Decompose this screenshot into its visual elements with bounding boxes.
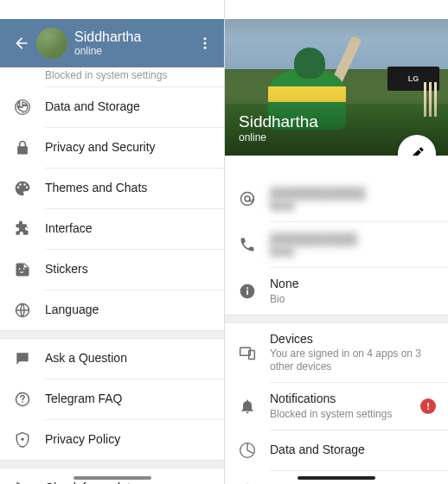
svg-point-16 [246, 287, 248, 289]
chat-icon [14, 350, 45, 367]
item-label: Stickers [45, 262, 212, 277]
pencil-icon [408, 145, 426, 156]
sticker-icon [14, 261, 45, 278]
settings-item-language[interactable]: Language [0, 290, 224, 330]
settings-item-privacy[interactable]: Privacy and Security [0, 128, 224, 168]
battery-icon [187, 4, 194, 15]
avatar[interactable] [36, 28, 67, 59]
profile-screen: 11:47 63% LG Siddhartha online [224, 0, 448, 484]
settings-item-stickers[interactable]: Stickers [0, 250, 224, 290]
settings-item-data-storage[interactable]: Data and Storage [0, 87, 224, 127]
svg-rect-2 [189, 9, 191, 13]
contact-username[interactable]: ████████████████ [225, 176, 448, 221]
item-label: Language [45, 302, 212, 318]
overflow-menu-button[interactable] [193, 35, 217, 51]
status-time: 11:47 [234, 4, 258, 15]
contact-bio[interactable]: None Bio [225, 268, 448, 315]
bio-label: Bio [270, 293, 436, 306]
blurred-value: ████████████ [270, 187, 436, 201]
settings-item-devices[interactable]: Devices You are signed in on 4 apps on 3… [225, 323, 448, 383]
status-icons: 63% [174, 4, 215, 15]
svg-rect-11 [413, 9, 415, 13]
info-icon [239, 283, 270, 300]
svg-point-4 [204, 42, 207, 45]
help-icon [14, 391, 45, 408]
settings-item-policy[interactable]: Privacy Policy [0, 420, 224, 460]
settings-item-interface[interactable]: Interface [0, 209, 224, 249]
bio-value: None [270, 277, 436, 292]
status-bar: 11:47 63% [225, 0, 448, 19]
battery-icon [411, 4, 418, 15]
settings-item-ask[interactable]: Ask a Question [0, 339, 224, 379]
item-label: Privacy Policy [45, 432, 212, 448]
data-icon [239, 442, 270, 459]
item-label: Telegram FAQ [45, 392, 212, 407]
header-name: Siddhartha [74, 29, 193, 45]
header-info[interactable]: Siddhartha online [74, 29, 193, 58]
battery-percent: 63% [420, 4, 439, 15]
settings-item-privacy[interactable]: Privacy and Security [225, 471, 448, 485]
contact-phone[interactable]: ███████████████ [225, 222, 448, 267]
item-label: Privacy and Security [45, 140, 212, 156]
hero-text: Siddhartha online [239, 112, 318, 143]
blurred-value: ███████████ [270, 232, 436, 246]
item-label: Check for updates [45, 481, 212, 484]
palette-icon [14, 180, 45, 197]
item-sub: You are signed in on 4 apps on 3 other d… [270, 347, 436, 373]
item-label: Data and Storage [45, 99, 212, 115]
item-sub: Blocked in system settings [270, 408, 420, 421]
status-bar: 11:47 63% [0, 0, 224, 19]
settings-screen: 11:47 63% Siddhartha online Blocked in s… [0, 0, 224, 484]
profile-name: Siddhartha [239, 112, 318, 131]
wifi-icon [174, 4, 184, 15]
bell-icon [239, 398, 270, 415]
svg-point-12 [241, 193, 254, 206]
profile-hero[interactable]: LG Siddhartha online [225, 0, 448, 156]
puzzle-icon [14, 220, 45, 238]
devices-icon [239, 344, 270, 361]
svg-point-5 [204, 47, 207, 49]
svg-point-3 [204, 37, 207, 40]
battery-percent: 63% [196, 4, 215, 15]
settings-item-faq[interactable]: Telegram FAQ [0, 379, 224, 419]
svg-rect-1 [189, 4, 191, 5]
status-time: 11:47 [9, 4, 33, 15]
globe-icon [14, 302, 45, 319]
profile-list[interactable]: ████████████████ ███████████████ None Bi… [225, 156, 448, 484]
settings-item-notifications[interactable]: Notifications Blocked in system settings… [225, 383, 448, 430]
profile-status: online [239, 131, 318, 143]
status-icons: 63% [398, 4, 439, 15]
back-button[interactable] [9, 35, 35, 52]
phone-icon [239, 236, 270, 253]
alert-badge: ! [420, 398, 436, 414]
item-label: Notifications [270, 392, 420, 407]
settings-list[interactable]: Blocked in system settings Data and Stor… [0, 67, 224, 484]
play-icon [14, 480, 45, 484]
wifi-icon [398, 4, 408, 15]
svg-rect-15 [246, 290, 248, 295]
at-icon [239, 190, 270, 207]
svg-point-8 [21, 438, 23, 441]
shield-icon [14, 431, 45, 449]
settings-item-data-storage[interactable]: Data and Storage [225, 430, 448, 470]
settings-item-updates[interactable]: Check for updates [0, 468, 224, 484]
item-label: Ask a Question [45, 351, 212, 366]
item-label: Themes and Chats [45, 181, 212, 196]
svg-rect-10 [413, 4, 415, 5]
settings-item-themes[interactable]: Themes and Chats [0, 169, 224, 208]
header-status: online [74, 45, 193, 57]
item-label: Devices [270, 332, 436, 347]
svg-point-13 [245, 196, 250, 201]
truncated-row: Blocked in system settings [0, 67, 224, 86]
lock-icon [14, 139, 45, 156]
item-label: Data and Storage [270, 443, 436, 458]
item-label: Interface [45, 221, 212, 237]
data-icon [14, 99, 45, 116]
